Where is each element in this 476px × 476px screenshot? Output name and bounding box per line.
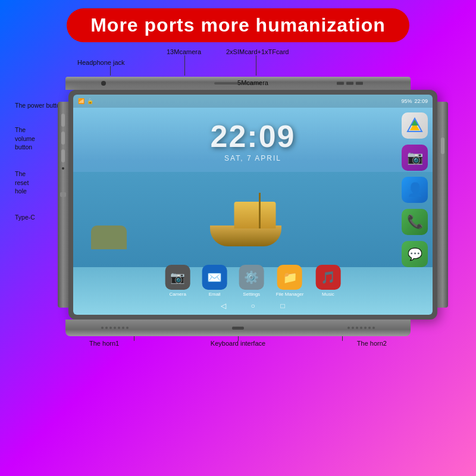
file-manager-app[interactable]: 📁 File Manager <box>276 265 304 297</box>
messages-app-icon[interactable]: 💬 <box>402 241 428 267</box>
email-app[interactable]: ✉️ Email <box>202 265 227 297</box>
boat-cabin <box>234 202 276 228</box>
camera-13m-label: 13Mcamera <box>167 48 201 55</box>
screen-time: 22:09 <box>211 118 296 154</box>
contacts-app-icon[interactable]: 👤 <box>402 177 428 203</box>
headphone-jack-label: Headphone jack <box>77 59 125 66</box>
nav-back[interactable]: ◁ <box>217 300 229 312</box>
nav-home[interactable]: ○ <box>247 300 259 312</box>
bottom-area: The horn1 Keyboard interface The horn2 <box>15 320 461 347</box>
drive-app-icon[interactable] <box>402 112 428 139</box>
status-left: 📶 🔒 <box>78 98 93 104</box>
home-nav: ◁ ○ □ <box>217 300 289 312</box>
home-dock: 📷 Camera ✉️ Email ⚙️ <box>165 265 341 297</box>
camera-app-icon[interactable]: 📷 <box>402 145 428 171</box>
phone-app-icon[interactable]: 📞 <box>402 209 428 235</box>
top-edge-camera <box>101 81 106 86</box>
type-c-port <box>60 192 66 197</box>
status-bar: 📶 🔒 95% 22:09 <box>73 95 433 108</box>
reset-hole <box>62 167 64 170</box>
status-time: 22:09 <box>414 98 428 104</box>
bottom-edge <box>65 320 411 336</box>
right-button[interactable] <box>441 137 444 154</box>
volume-up-button[interactable] <box>61 131 65 145</box>
tablet-right-edge <box>437 102 448 308</box>
volume-down-button[interactable] <box>61 149 65 162</box>
nav-recents[interactable]: □ <box>277 300 289 312</box>
boat-mast <box>259 193 261 228</box>
rocks-left <box>91 226 127 249</box>
title-text: More ports more humanization <box>90 14 386 36</box>
boat-hull <box>210 226 281 246</box>
status-right: 95% 22:09 <box>401 98 428 104</box>
tablet-body: 5Mcamera 📶 🔒 <box>68 90 437 320</box>
tablet-left-edge <box>58 102 68 308</box>
right-speaker-dots <box>347 327 375 329</box>
simcard-label: 2xSIMcard+1xTFcard <box>226 48 289 55</box>
screen-wallpaper: 📶 🔒 95% 22:09 <box>73 95 433 315</box>
power-side-button[interactable] <box>61 114 65 127</box>
horn1-label: The horn1 <box>89 340 119 347</box>
horn2-label: The horn2 <box>357 340 387 347</box>
camera-5m-label: 5Mcamera <box>237 79 268 86</box>
camera-app[interactable]: 📷 Camera <box>165 265 190 297</box>
title-banner: More ports more humanization <box>67 8 409 42</box>
music-app[interactable]: 🎵 Music <box>315 265 340 297</box>
top-edge-ports <box>337 82 363 85</box>
wifi-icon: 📶 <box>78 98 84 104</box>
screen-date: SAT, 7 APRIL <box>224 154 281 162</box>
tablet-area: The power button Thevolumebutton Therese… <box>15 90 461 320</box>
lock-icon: 🔒 <box>87 98 93 104</box>
right-apps: 📷 👤 📞 💬 <box>402 112 428 267</box>
tablet-screen: 📶 🔒 95% 22:09 <box>73 95 433 315</box>
keyboard-connector <box>232 327 244 330</box>
left-speaker-dots <box>101 327 129 329</box>
settings-app[interactable]: ⚙️ Settings <box>239 265 264 297</box>
main-container: More ports more humanization Headphone j… <box>0 0 476 476</box>
battery-percent: 95% <box>401 98 412 104</box>
